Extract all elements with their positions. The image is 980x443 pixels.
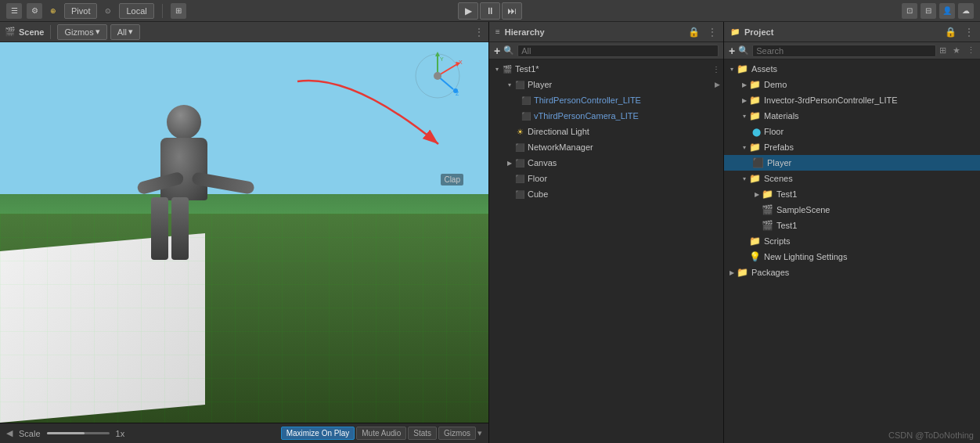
scene-panel: 🎬 Scene Gizmos ▾ All ▾ ⋮ xyxy=(0,22,489,443)
project-more[interactable]: ⋮ xyxy=(964,27,974,38)
robot-head xyxy=(167,105,201,139)
invector-arrow: ▶ xyxy=(740,95,749,105)
all-dropdown[interactable]: All ▾ xyxy=(110,24,140,40)
search-icon: 🔍 xyxy=(503,45,514,56)
lock-icon[interactable]: 🔒 xyxy=(688,27,700,38)
maximize-on-play-btn[interactable]: Maximize On Play xyxy=(281,427,355,440)
scripts-arrow xyxy=(740,236,749,246)
player-arrow: ▾ xyxy=(505,80,514,89)
tree-network-manager[interactable]: ⬛ NetworkManager xyxy=(489,139,723,155)
bottom-buttons: Maximize On Play Mute Audio Stats Gizmos… xyxy=(281,427,482,440)
gizmos-btn[interactable]: Gizmos xyxy=(438,427,476,440)
assets-folder-icon: 📁 xyxy=(737,63,748,74)
tree-third-person-ctrl[interactable]: ⬛ ThirdPersonController_LITE xyxy=(489,92,723,108)
main-content: 🎬 Scene Gizmos ▾ All ▾ ⋮ xyxy=(0,22,980,443)
project-sample-scene[interactable]: 🎬 SampleScene xyxy=(724,202,980,218)
project-test1-folder[interactable]: ▶ 📁 Test1 xyxy=(724,186,980,202)
project-view-icon[interactable]: ⊞ xyxy=(939,45,946,56)
hierarchy-title: Hierarchy xyxy=(505,27,545,37)
ctrl-icon: ⬛ xyxy=(521,95,531,106)
prefabs-arrow: ▾ xyxy=(740,142,749,152)
pivot-button[interactable]: Pivot xyxy=(64,3,97,19)
hierarchy-more[interactable]: ⋮ xyxy=(708,27,717,38)
scene-root[interactable]: ▾ 🎬 Test1* ⋮ xyxy=(489,61,723,77)
scene-toolbar: 🎬 Scene Gizmos ▾ All ▾ ⋮ xyxy=(0,22,488,42)
settings-icon[interactable]: ⚙ xyxy=(27,3,42,19)
project-test1-scene[interactable]: 🎬 Test1 xyxy=(724,218,980,233)
project-floor-material[interactable]: ⬤ Floor xyxy=(724,124,980,139)
project-lighting[interactable]: 💡 New Lighting Settings xyxy=(724,249,980,265)
project-star-icon[interactable]: ★ xyxy=(953,45,960,56)
pivot-icon[interactable]: ⊕ xyxy=(47,3,59,19)
scene-more-btn[interactable]: ⋮ xyxy=(712,65,720,74)
player-cube-icon: ⬛ xyxy=(514,79,525,90)
project-search-input[interactable] xyxy=(752,45,936,57)
project-search-icon: 🔍 xyxy=(738,45,749,56)
floor-icon: ⬛ xyxy=(514,173,525,184)
project-icon: 📁 xyxy=(730,27,740,36)
hierarchy-search-input[interactable] xyxy=(517,45,719,57)
tree-camera[interactable]: ⬛ vThirdPersonCamera_LITE xyxy=(489,108,723,124)
tree-directional-light[interactable]: ☀ Directional Light xyxy=(489,124,723,139)
pause-button[interactable]: ⏸ xyxy=(480,2,500,20)
scene-bottom: ◀ Scale 1x Maximize On Play Mute Audio S… xyxy=(0,423,488,443)
play-button[interactable]: ▶ xyxy=(458,2,478,20)
project-materials[interactable]: ▾ 📁 Materials xyxy=(724,108,980,124)
gizmos-dropdown[interactable]: Gizmos ▾ xyxy=(57,24,106,40)
cube-arrow xyxy=(505,189,514,199)
scene-more[interactable]: ⋮ xyxy=(474,27,484,38)
lighting-arrow xyxy=(740,252,749,261)
project-add-btn[interactable]: + xyxy=(729,45,735,57)
project-packages[interactable]: ▶ 📁 Packages xyxy=(724,265,980,280)
project-lock-icon[interactable]: 🔒 xyxy=(945,27,957,38)
chevron-left-icon[interactable]: ◀ xyxy=(6,428,13,438)
canvas-arrow: ▶ xyxy=(505,158,514,167)
account-icon[interactable]: 👤 xyxy=(939,3,955,19)
stats-btn[interactable]: Stats xyxy=(408,427,437,440)
project-invector[interactable]: ▶ 📁 Invector-3rdPersonController_LITE xyxy=(724,92,980,108)
project-header: 📁 Project 🔒 ⋮ xyxy=(724,22,980,42)
tree-canvas[interactable]: ▶ ⬛ Canvas xyxy=(489,155,723,171)
clap-label: Clap xyxy=(441,174,463,185)
layout-icon[interactable]: ⊟ xyxy=(921,3,936,19)
project-demo[interactable]: ▶ 📁 Demo xyxy=(724,77,980,92)
tree-floor[interactable]: ⬛ Floor xyxy=(489,171,723,186)
gizmos-dropdown-icon[interactable]: ▾ xyxy=(477,428,482,438)
scale-slider[interactable] xyxy=(47,432,110,434)
svg-point-7 xyxy=(434,72,441,80)
mute-audio-btn[interactable]: Mute Audio xyxy=(356,427,406,440)
project-dots-icon[interactable]: ⋮ xyxy=(967,45,975,56)
packages-arrow: ▶ xyxy=(727,268,737,277)
canvas-icon: ⬛ xyxy=(514,157,525,168)
project-prefabs[interactable]: ▾ 📁 Prefabs xyxy=(724,139,980,155)
player-right-arrow: ▶ xyxy=(715,81,720,88)
menu-icon[interactable]: ☰ xyxy=(6,3,22,19)
tree-cube[interactable]: ⬛ Cube xyxy=(489,186,723,202)
scene-viewport: Y X Z Clap xyxy=(0,42,488,423)
local-button[interactable]: Local xyxy=(119,3,153,19)
snap-icon[interactable]: ⊞ xyxy=(171,3,186,19)
add-button[interactable]: + xyxy=(494,45,500,57)
project-scenes[interactable]: ▾ 📁 Scenes xyxy=(724,171,980,186)
step-button[interactable]: ⏭ xyxy=(502,2,522,20)
scene-icon: 🎬 xyxy=(5,27,16,37)
robot-leg-left xyxy=(151,197,168,260)
demo-folder-icon: 📁 xyxy=(749,79,761,90)
lighting-icon: 💡 xyxy=(749,251,761,262)
tree-player[interactable]: ▾ ⬛ Player ▶ xyxy=(489,77,723,92)
light-icon: ☀ xyxy=(514,126,525,137)
project-player-prefab[interactable]: ⬛ Player xyxy=(724,155,980,171)
project-scripts[interactable]: 📁 Scripts xyxy=(724,233,980,249)
scene-icon: 🎬 xyxy=(502,63,513,74)
packages-folder-icon: 📁 xyxy=(737,267,748,278)
network-icon: ⬛ xyxy=(514,142,525,153)
local-icon[interactable]: ⊙ xyxy=(102,3,114,19)
svg-text:Z: Z xyxy=(456,91,459,96)
cloud-icon[interactable]: ☁ xyxy=(958,3,974,19)
robot-leg-right xyxy=(171,197,189,260)
project-tree: ▾ 📁 Assets ▶ 📁 Demo ▶ 📁 Invector-3rdPers… xyxy=(724,59,980,443)
layers-icon[interactable]: ⊡ xyxy=(902,3,917,19)
scenes-folder-icon: 📁 xyxy=(749,173,761,184)
scripts-folder-icon: 📁 xyxy=(749,236,761,247)
project-assets[interactable]: ▾ 📁 Assets xyxy=(724,61,980,77)
